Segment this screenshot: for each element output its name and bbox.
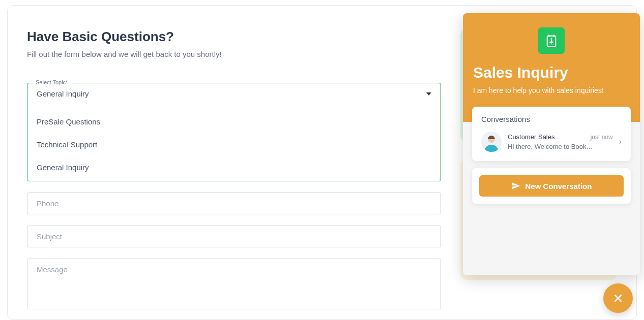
chat-title: Sales Inquiry — [473, 64, 630, 81]
new-conversation-label: New Conversation — [525, 182, 592, 190]
send-icon — [511, 181, 520, 190]
topic-option[interactable]: Technical Support — [27, 133, 441, 156]
topic-select-options: PreSale Questions Technical Support Gene… — [27, 104, 441, 181]
chat-body: Conversations Customer Sales just now Hi… — [463, 122, 640, 275]
conversations-heading: Conversations — [481, 115, 622, 123]
chat-header: Sales Inquiry I am here to help you with… — [463, 13, 640, 122]
phone-field[interactable] — [27, 193, 441, 214]
message-field[interactable] — [27, 259, 441, 309]
conversation-name: Customer Sales — [508, 133, 554, 141]
new-conversation-button[interactable]: New Conversation — [479, 175, 624, 197]
form-column: Have Basic Questions? Fill out the form … — [27, 29, 441, 311]
form-title: Have Basic Questions? — [27, 29, 441, 45]
conversation-time: just now — [591, 134, 613, 141]
avatar-icon — [481, 132, 502, 152]
topic-select-legend: Select Topic* — [34, 79, 70, 85]
topic-select[interactable]: Select Topic* General Inquiry PreSale Qu… — [27, 83, 441, 181]
subject-field[interactable] — [27, 226, 441, 247]
topic-option[interactable]: PreSale Questions — [27, 110, 441, 133]
conversations-card: Conversations Customer Sales just now Hi… — [472, 107, 631, 161]
topic-select-value: General Inquiry — [37, 89, 89, 98]
chat-subtitle: I am here to help you with sales inquiri… — [473, 86, 630, 94]
conversation-text: Customer Sales just now Hi there, Welcom… — [508, 133, 613, 150]
topic-option[interactable]: General Inquiry — [27, 156, 441, 179]
new-conversation-card: New Conversation — [472, 168, 631, 204]
close-icon — [612, 292, 624, 304]
chat-logo-icon — [538, 27, 565, 54]
caret-down-icon — [426, 92, 431, 95]
chat-close-fab[interactable] — [603, 283, 633, 313]
form-subtitle: Fill out the form below and we will get … — [27, 50, 441, 58]
conversation-preview: Hi there, Welcome to Bookin… — [508, 143, 594, 150]
topic-select-display[interactable]: General Inquiry — [27, 83, 441, 104]
conversation-item[interactable]: Customer Sales just now Hi there, Welcom… — [481, 132, 622, 152]
chevron-right-icon: › — [619, 137, 622, 146]
chat-widget: Sales Inquiry I am here to help you with… — [463, 13, 640, 275]
